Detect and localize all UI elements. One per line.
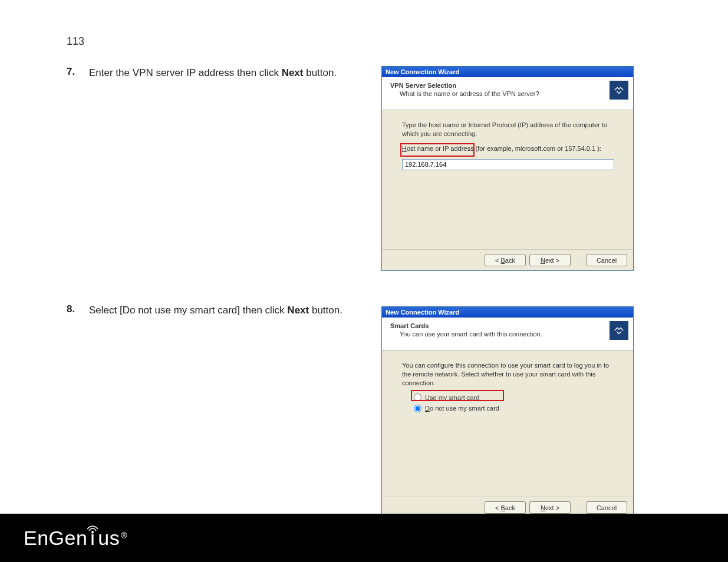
logo-i: i: [87, 527, 98, 550]
footer-bar: EnGen ius®: [0, 514, 728, 562]
wizard-smart-cards: New Connection Wizard Smart Cards You ca…: [381, 306, 634, 518]
wizard2-header-subtitle: You can use your smart card with this co…: [400, 330, 627, 338]
radio-use-ul: U: [425, 394, 430, 401]
cancel-button[interactable]: Cancel: [586, 254, 627, 266]
wizard2-body: You can configure this connection to use…: [382, 351, 633, 420]
ip-address-input[interactable]: [402, 159, 614, 170]
step8-suffix: button.: [309, 305, 342, 316]
next-rest: ext >: [545, 257, 559, 264]
wizard1-header-subtitle: What is the name or address of the VPN s…: [400, 90, 627, 97]
step7-prefix: Enter the VPN server IP address then cli…: [89, 67, 282, 78]
wizard-vpn-server: New Connection Wizard VPN Server Selecti…: [381, 66, 634, 271]
step7-bold: Next: [282, 67, 304, 78]
registered-mark-icon: ®: [121, 531, 127, 540]
step7-suffix: button.: [303, 67, 337, 78]
ip-label-hotkey: H: [402, 145, 407, 152]
step-8-num: 8.: [67, 303, 89, 315]
next-rest: ext >: [545, 504, 559, 511]
back-rest: ack: [505, 257, 515, 264]
wizard1-titlebar[interactable]: New Connection Wizard: [382, 67, 633, 77]
step-7-text: Enter the VPN server IP address then cli…: [89, 66, 337, 80]
cancel-button[interactable]: Cancel: [586, 501, 627, 514]
wizard2-titlebar[interactable]: New Connection Wizard: [382, 307, 633, 318]
wizard1-header: VPN Server Selection What is the name or…: [382, 77, 633, 110]
step8-prefix: Select [Do not use my smart card] then c…: [89, 305, 287, 316]
next-ul: N: [541, 257, 545, 264]
back-pre: <: [495, 257, 500, 264]
ip-label-rest: ost name or IP address (for example, mic…: [407, 145, 601, 152]
radio-dont-label: Do not use my smart card: [425, 404, 499, 413]
page-number: 113: [67, 35, 84, 48]
next-ul: N: [541, 504, 545, 511]
radio-dont-ul: D: [425, 405, 430, 412]
step-8-text: Select [Do not use my smart card] then c…: [89, 303, 342, 318]
back-rest: ack: [505, 504, 515, 511]
back-ul: B: [501, 257, 505, 264]
radio-use-rest: se my smart card: [430, 394, 479, 401]
step8-bold: Next: [287, 305, 309, 316]
network-handshake-icon: [610, 321, 628, 340]
wizard1-footer: < Back Next > Cancel: [382, 249, 633, 270]
wizard2-header: Smart Cards You can use your smart card …: [382, 318, 633, 351]
back-pre: <: [495, 504, 500, 511]
engenius-logo: EnGen ius®: [24, 527, 127, 550]
radio-dont-rest: o not use my smart card: [430, 405, 499, 412]
radio-use-smartcard[interactable]: Use my smart card: [414, 394, 619, 402]
ip-input-label: Host name or IP address (for example, mi…: [402, 144, 619, 153]
next-button[interactable]: Next >: [529, 501, 571, 514]
back-ul: B: [501, 504, 505, 511]
back-button[interactable]: < Back: [485, 501, 526, 514]
network-handshake-icon: [610, 81, 628, 100]
back-button[interactable]: < Back: [485, 254, 526, 266]
logo-en: EnGen: [24, 527, 87, 550]
wifi-icon: [86, 516, 99, 539]
logo-us: us: [98, 527, 120, 550]
wizard2-header-title: Smart Cards: [390, 322, 627, 329]
radio-use-input[interactable]: [414, 394, 421, 401]
radio-dont-input[interactable]: [414, 405, 421, 412]
wizard1-body: Type the host name or Internet Protocol …: [382, 110, 633, 175]
wizard1-header-title: VPN Server Selection: [390, 82, 627, 89]
radio-use-label: Use my smart card: [425, 394, 479, 402]
next-button[interactable]: Next >: [529, 254, 571, 266]
wizard1-instruction: Type the host name or Internet Protocol …: [402, 121, 619, 138]
wizard2-instruction: You can configure this connection to use…: [402, 361, 619, 388]
svg-point-0: [92, 531, 94, 534]
step-7-num: 7.: [67, 66, 89, 78]
radio-dont-use-smartcard[interactable]: Do not use my smart card: [414, 404, 619, 413]
